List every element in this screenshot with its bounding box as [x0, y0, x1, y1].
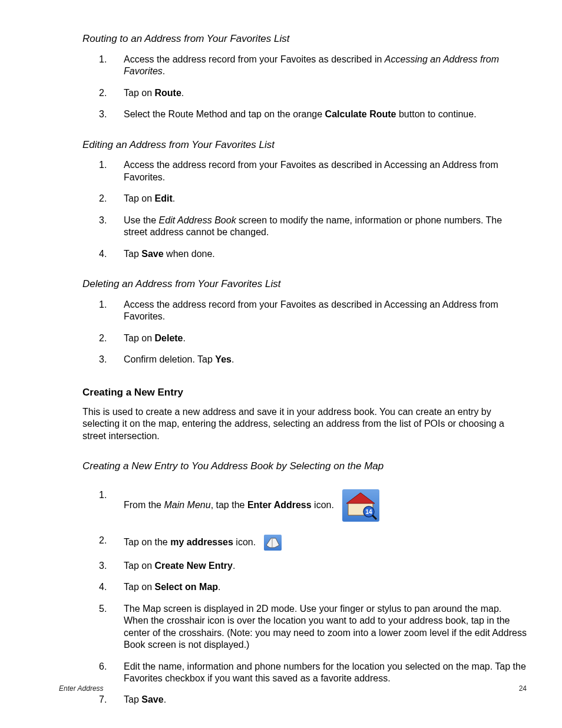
list-number: 3. — [99, 354, 107, 365]
text: icon. — [312, 500, 334, 510]
text: Select the Route Method and tap on the o… — [124, 109, 325, 119]
list-routing: 1. Access the address record from your F… — [82, 54, 527, 121]
list-item: 5. The Map screen is displayed in 2D mod… — [82, 603, 527, 651]
list-number: 6. — [99, 661, 107, 673]
list-number: 3. — [99, 108, 107, 120]
list-number: 3. — [99, 215, 107, 226]
text-bold: Edit — [154, 193, 172, 203]
text: Tap on — [124, 193, 154, 203]
list-item: 2. Tap on Edit. — [82, 193, 527, 205]
heading-editing: Editing an Address from Your Favorites L… — [82, 139, 527, 151]
list-item: 3. Use the Edit Address Book screen to m… — [82, 215, 527, 239]
text-bold: Enter Address — [247, 500, 312, 510]
text: Use the — [124, 215, 159, 225]
text: Edit the name, information and phone num… — [124, 661, 526, 683]
text-bold: Create New Entry — [154, 561, 233, 571]
text: The Map screen is displayed in 2D mode. … — [124, 604, 527, 650]
text: Tap — [124, 694, 141, 704]
footer-section: Enter Address — [59, 684, 104, 693]
text: Access the address record from your Favo… — [124, 160, 498, 182]
text: Tap on — [124, 333, 154, 343]
text: Confirm deletion. Tap — [124, 354, 215, 364]
text: button to continue. — [396, 109, 477, 119]
list-number: 2. — [99, 87, 107, 99]
text: Tap on — [124, 582, 154, 592]
text: icon. — [233, 537, 256, 547]
list-item: 3. Tap on Create New Entry. — [82, 560, 527, 572]
content: Routing to an Address from Your Favorite… — [59, 32, 527, 706]
text-bold: Select on Map — [154, 582, 218, 592]
text: From the — [124, 500, 164, 510]
text-bold: Route — [154, 88, 181, 98]
text-emph: Edit Address Book — [159, 215, 236, 225]
list-number: 4. — [99, 581, 107, 593]
text: Access the address record from your Favo… — [124, 54, 385, 64]
text-emph: Main Menu — [164, 500, 210, 510]
text: . — [164, 694, 166, 704]
paragraph: This is used to create a new address and… — [82, 406, 527, 442]
list-number: 1. — [99, 299, 107, 311]
text-bold: Save — [141, 249, 163, 259]
list-item: 7. Tap Save. — [82, 694, 527, 706]
list-item: 3. Confirm deletion. Tap Yes. — [82, 354, 527, 365]
list-item: 1. Access the address record from your F… — [82, 159, 527, 183]
list-number: 3. — [99, 560, 107, 572]
svg-text:14: 14 — [365, 509, 372, 515]
page: Routing to an Address from Your Favorite… — [0, 0, 562, 728]
list-editing: 1. Access the address record from your F… — [82, 159, 527, 260]
list-item: 2. Tap on the my addresses icon. — [82, 535, 527, 551]
list-number: 4. — [99, 248, 107, 260]
text: . — [233, 561, 235, 571]
text: when done. — [164, 249, 215, 259]
heading-creating-map: Creating a New Entry to You Address Book… — [82, 460, 527, 473]
list-number: 2. — [99, 535, 107, 546]
text: Tap on — [124, 88, 154, 98]
list-creating-map: 1. From the Main Menu, tap the Enter Add… — [82, 489, 527, 706]
list-item: 1. Access the address record from your F… — [82, 299, 527, 323]
page-number: 24 — [519, 684, 527, 693]
list-item: 4. Tap Save when done. — [82, 248, 527, 260]
list-number: 1. — [99, 54, 107, 65]
text: . — [218, 582, 220, 592]
text: Tap — [124, 249, 141, 259]
text-bold: Save — [141, 694, 163, 704]
list-number: 1. — [99, 159, 107, 171]
text: , tap the — [211, 500, 247, 510]
text: . — [183, 333, 186, 343]
list-number: 1. — [99, 489, 107, 501]
list-item: 2. Tap on Route. — [82, 87, 527, 99]
list-item: 6. Edit the name, information and phone … — [82, 661, 527, 685]
svg-marker-1 — [346, 493, 375, 503]
my-addresses-icon — [264, 535, 282, 551]
list-item: 3. Select the Route Method and tap on th… — [82, 108, 527, 120]
list-item: 4. Tap on Select on Map. — [82, 581, 527, 593]
list-number: 7. — [99, 694, 107, 706]
text: . — [232, 354, 234, 364]
text-bold: Delete — [154, 333, 183, 343]
text: Tap on the — [124, 537, 170, 547]
list-item: 1. From the Main Menu, tap the Enter Add… — [82, 489, 527, 522]
footer: Enter Address 24 — [59, 684, 527, 693]
enter-address-icon: 14 — [342, 489, 379, 522]
text-bold: my addresses — [170, 537, 233, 547]
list-number: 2. — [99, 332, 107, 344]
svg-line-4 — [372, 515, 376, 519]
heading-creating: Creating a New Entry — [82, 386, 527, 399]
heading-routing: Routing to an Address from Your Favorite… — [82, 32, 527, 45]
list-deleting: 1. Access the address record from your F… — [82, 299, 527, 366]
text-bold: Yes — [215, 354, 232, 364]
text: Access the address record from your Favo… — [124, 299, 498, 321]
heading-deleting: Deleting an Address from Your Favorites … — [82, 278, 527, 291]
list-number: 2. — [99, 193, 107, 205]
list-number: 5. — [99, 603, 107, 615]
text: . — [181, 88, 184, 98]
list-item: 1. Access the address record from your F… — [82, 54, 527, 78]
text: . — [163, 66, 165, 76]
text: . — [173, 193, 175, 203]
list-item: 2. Tap on Delete. — [82, 332, 527, 344]
text-bold: Calculate Route — [325, 109, 396, 119]
text: Tap on — [124, 561, 154, 571]
